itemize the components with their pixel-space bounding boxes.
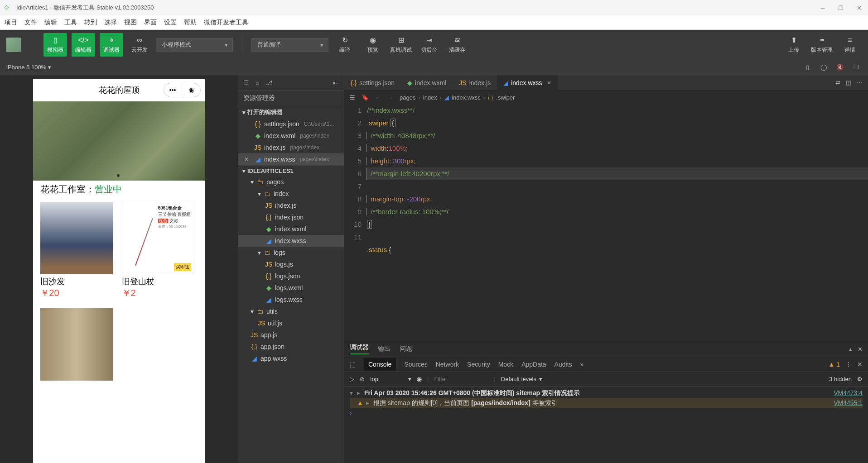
forward-icon[interactable]: → xyxy=(387,94,393,101)
inspect-icon[interactable]: ⬚ xyxy=(350,361,356,368)
security-tab[interactable]: Security xyxy=(467,361,490,368)
close-button[interactable]: ✕ xyxy=(854,5,863,11)
sources-tab[interactable]: Sources xyxy=(404,361,427,368)
capsule-menu-icon[interactable]: ••• xyxy=(164,83,182,97)
code-editor[interactable]: 1234567891011 /**index.wxss**/ .swiper {… xyxy=(344,104,868,341)
editor-tab[interactable]: {.}settings.json xyxy=(344,75,401,91)
details-button[interactable]: ≡详情 xyxy=(838,33,862,57)
filter-input[interactable] xyxy=(434,376,488,382)
compile-select[interactable]: 普通编译 xyxy=(251,38,328,52)
menu-goto[interactable]: 转到 xyxy=(84,19,97,27)
compile-button[interactable]: ↻编译 xyxy=(333,33,357,57)
preview-button[interactable]: ◉预览 xyxy=(361,33,385,57)
audits-tab[interactable]: Audits xyxy=(555,361,572,368)
hidden-count[interactable]: 3 hidden xyxy=(829,376,852,382)
menu-settings[interactable]: 设置 xyxy=(164,19,177,27)
console-tab[interactable]: Console xyxy=(364,358,396,371)
menu-file[interactable]: 文件 xyxy=(24,19,37,27)
menu-interface[interactable]: 界面 xyxy=(144,19,157,27)
capsule-close-icon[interactable]: ◉ xyxy=(182,83,200,97)
copy-icon[interactable]: ❐ xyxy=(851,64,862,71)
console-output[interactable]: ▾ ▸ Fri Apr 03 2020 15:46:26 GMT+0800 (中… xyxy=(344,387,868,463)
product-item[interactable]: 旧沙发 ￥20 xyxy=(40,202,113,299)
kebab-icon[interactable]: ⋮ xyxy=(845,361,852,368)
file-item[interactable]: ◢index.wxss xyxy=(238,235,344,247)
close-icon[interactable]: ✕ xyxy=(244,156,250,162)
editor-tab[interactable]: ◢index.wxss✕ xyxy=(497,75,557,91)
eye-icon[interactable]: ◉ xyxy=(417,376,422,382)
menu-project[interactable]: 项目 xyxy=(5,19,17,27)
back-icon[interactable]: ← xyxy=(375,94,381,101)
file-item[interactable]: ◢app.wxss xyxy=(238,353,344,364)
product-item[interactable] xyxy=(40,308,113,381)
open-file[interactable]: ◆index.wxmlpages\index xyxy=(238,130,344,142)
close-icon[interactable]: ✕ xyxy=(857,361,863,368)
editor-tab[interactable]: ◆index.wxml xyxy=(401,75,453,91)
collapse-icon[interactable]: ▴ xyxy=(849,346,852,353)
mute-icon[interactable]: 🔇 xyxy=(834,64,845,71)
close-icon[interactable]: ✕ xyxy=(858,346,863,353)
folder-utils[interactable]: ▾ 🗀utils xyxy=(238,305,344,317)
git-icon[interactable]: ⎇ xyxy=(265,79,273,86)
network-tab[interactable]: Network xyxy=(436,361,459,368)
menu-view[interactable]: 视图 xyxy=(124,19,137,27)
menu-help[interactable]: 帮助 xyxy=(184,19,197,27)
device-selector[interactable]: iPhone 5 100% ▾ xyxy=(6,64,51,71)
more-tabs-icon[interactable]: » xyxy=(580,361,584,368)
menu-edit[interactable]: 编辑 xyxy=(44,19,57,27)
collapse-icon[interactable]: ⇤ xyxy=(333,79,338,86)
more-icon[interactable]: ⋯ xyxy=(857,79,863,86)
stop-icon[interactable]: ◯ xyxy=(818,64,829,71)
close-icon[interactable]: ✕ xyxy=(547,80,551,86)
mode-select[interactable]: 小程序模式 xyxy=(156,38,233,52)
debugger-tab[interactable]: 调试器 xyxy=(350,344,369,354)
file-item[interactable]: ◆logs.wxml xyxy=(238,282,344,294)
device-icon[interactable]: ▯ xyxy=(802,64,813,71)
file-item[interactable]: JSutil.js xyxy=(238,317,344,329)
outline-icon[interactable]: ☰ xyxy=(350,94,355,101)
menu-select[interactable]: 选择 xyxy=(104,19,117,27)
debugger-button[interactable]: ⌖调试器 xyxy=(100,33,123,57)
output-tab[interactable]: 输出 xyxy=(378,345,391,353)
phone-preview[interactable]: 花花的屋顶 ••• ◉ 花花工作室：营业中 旧沙发 ￥20 xyxy=(33,79,205,463)
upload-button[interactable]: ⬆上传 xyxy=(782,33,805,57)
file-item[interactable]: JSapp.js xyxy=(238,329,344,341)
folder-logs[interactable]: ▾ 🗀logs xyxy=(238,247,344,258)
split-icon[interactable]: ◫ xyxy=(846,79,851,86)
warning-badge[interactable]: ▲ 1 xyxy=(828,361,840,368)
levels-select[interactable]: Default levels ▾ xyxy=(501,376,542,382)
menu-tools[interactable]: 工具 xyxy=(64,19,77,27)
minimize-button[interactable]: ─ xyxy=(818,5,827,11)
play-icon[interactable]: ▷ xyxy=(350,376,354,382)
clear-icon[interactable]: ⊘ xyxy=(360,376,365,382)
appdata-tab[interactable]: AppData xyxy=(521,361,546,368)
gear-icon[interactable]: ⚙ xyxy=(857,376,863,382)
mock-tab[interactable]: Mock xyxy=(498,361,513,368)
open-file[interactable]: {.}settings.jsonC:\Users\1... xyxy=(238,118,344,130)
file-item[interactable]: {.}index.json xyxy=(238,211,344,223)
context-select[interactable]: top ▾ xyxy=(370,376,411,382)
file-item[interactable]: ◢logs.wxss xyxy=(238,294,344,305)
file-item[interactable]: JSlogs.js xyxy=(238,258,344,270)
maximize-button[interactable]: ☐ xyxy=(836,5,845,11)
compare-icon[interactable]: ⇄ xyxy=(835,79,840,86)
open-file[interactable]: JSindex.jspages\index xyxy=(238,142,344,153)
folder-pages[interactable]: ▾ 🗀pages xyxy=(238,176,344,188)
simulator-button[interactable]: ▯模拟器 xyxy=(43,33,67,57)
swiper-image[interactable] xyxy=(33,101,205,181)
file-item[interactable]: ◆index.wxml xyxy=(238,223,344,235)
cloud-dev-button[interactable]: ∞云开发 xyxy=(128,33,151,57)
file-item[interactable]: {.}app.json xyxy=(238,341,344,353)
editor-button[interactable]: </>编辑器 xyxy=(72,33,95,57)
project-section[interactable]: ▾ IDLEARTICLES1 xyxy=(238,165,344,176)
open-file[interactable]: ✕◢index.wxsspages\index xyxy=(238,153,344,165)
bookmark-icon[interactable]: 🔖 xyxy=(362,94,369,101)
clear-cache-button[interactable]: ≋清缓存 xyxy=(445,33,469,57)
problems-tab[interactable]: 问题 xyxy=(400,345,412,353)
cut-back-button[interactable]: ⇥切后台 xyxy=(417,33,441,57)
menu-wechat[interactable]: 微信开发者工具 xyxy=(204,19,248,27)
editor-tab[interactable]: JSindex.js xyxy=(453,75,497,91)
real-debug-button[interactable]: ⊞真机调试 xyxy=(389,33,413,57)
version-button[interactable]: ⚭版本管理 xyxy=(810,33,834,57)
folder-index[interactable]: ▾ 🗀index xyxy=(238,188,344,200)
